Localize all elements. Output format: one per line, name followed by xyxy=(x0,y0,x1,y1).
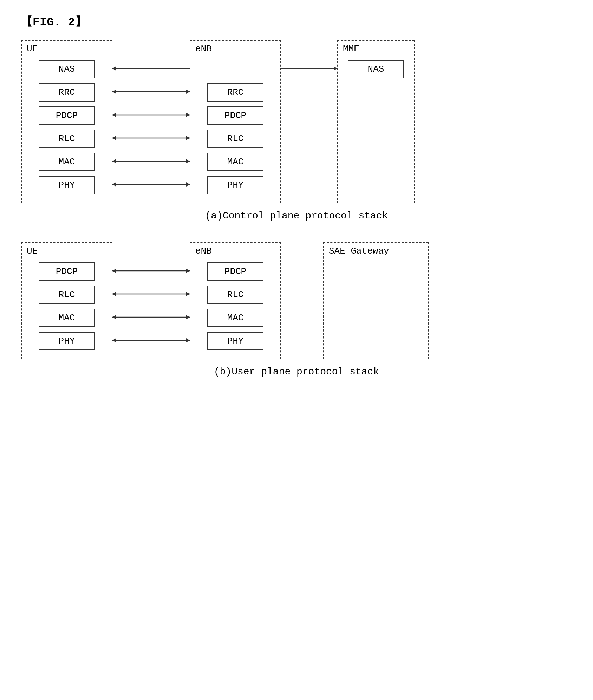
nas-arrow-ue-enb xyxy=(112,59,190,78)
svg-marker-24 xyxy=(186,292,190,296)
ue-b-pdcp: PDCP xyxy=(39,262,95,281)
enb-rlc: RLC xyxy=(207,130,263,148)
figure-title: 【FIG. 2】 xyxy=(21,14,572,30)
caption-a: (a)Control plane protocol stack xyxy=(21,210,572,221)
svg-marker-6 xyxy=(112,113,116,117)
svg-marker-12 xyxy=(112,159,116,163)
rrc-arrow xyxy=(112,83,190,101)
ue-rrc: RRC xyxy=(39,83,95,102)
ue-box-b: UE PDCP RLC MAC PHY xyxy=(21,242,112,359)
ue-nas: NAS xyxy=(39,60,95,78)
svg-marker-3 xyxy=(112,90,116,94)
ue-rlc: RLC xyxy=(39,130,95,148)
svg-marker-29 xyxy=(112,338,116,342)
ue-pdcp: PDCP xyxy=(39,106,95,125)
enb-b-pdcp: PDCP xyxy=(207,262,263,281)
svg-marker-10 xyxy=(186,136,190,140)
svg-marker-26 xyxy=(112,315,116,319)
enb-label-b: eNB xyxy=(195,246,212,256)
enb-box-a: eNB RRC PDCP RLC MAC PHY xyxy=(190,40,281,203)
enb-rrc: RRC xyxy=(207,83,263,102)
svg-marker-30 xyxy=(186,338,190,342)
enb-mac: MAC xyxy=(207,153,263,171)
enb-label-a: eNB xyxy=(195,44,212,54)
svg-marker-15 xyxy=(112,182,116,187)
svg-marker-20 xyxy=(112,269,116,273)
svg-marker-23 xyxy=(112,292,116,296)
mme-label: MME xyxy=(343,44,359,54)
svg-marker-7 xyxy=(186,113,190,117)
svg-marker-16 xyxy=(186,182,190,187)
rlc-arrow xyxy=(112,129,190,147)
enb-b-rlc: RLC xyxy=(207,286,263,304)
svg-marker-13 xyxy=(186,159,190,163)
ue-b-mac: MAC xyxy=(39,309,95,327)
pdcp-arrow xyxy=(112,106,190,124)
caption-b: (b)User plane protocol stack xyxy=(21,366,572,377)
svg-marker-4 xyxy=(186,90,190,94)
diagram-b: UE PDCP RLC MAC PHY xyxy=(21,242,572,377)
sae-label: SAE Gateway xyxy=(329,246,389,256)
b-mac-arrow xyxy=(112,308,190,326)
enb-b-phy: PHY xyxy=(207,332,263,350)
enb-box-b: eNB PDCP RLC MAC PHY xyxy=(190,242,281,359)
ue-box-a: UE NAS RRC PDCP RLC MAC PHY xyxy=(21,40,112,203)
b-phy-arrow xyxy=(112,331,190,349)
enb-pdcp: PDCP xyxy=(207,106,263,125)
ue-mac: MAC xyxy=(39,153,95,171)
ue-label-b: UE xyxy=(27,246,38,256)
b-pdcp-arrow xyxy=(112,262,190,280)
mme-box: MME NAS xyxy=(337,40,415,203)
sae-box: SAE Gateway xyxy=(323,242,429,359)
svg-marker-9 xyxy=(112,136,116,140)
ue-phy: PHY xyxy=(39,176,95,194)
enb-b-mac: MAC xyxy=(207,309,263,327)
b-rlc-arrow xyxy=(112,285,190,303)
enb-phy: PHY xyxy=(207,176,263,194)
mac-arrow xyxy=(112,152,190,170)
svg-marker-27 xyxy=(186,315,190,319)
ue-b-rlc: RLC xyxy=(39,286,95,304)
diagram-a: UE NAS RRC PDCP RLC MAC PHY xyxy=(21,40,572,221)
ue-b-phy: PHY xyxy=(39,332,95,350)
ue-label-a: UE xyxy=(27,44,38,54)
svg-marker-1 xyxy=(112,66,116,71)
svg-marker-21 xyxy=(186,269,190,273)
phy-arrow xyxy=(112,175,190,194)
nas-arrow-enb-mme xyxy=(281,59,337,78)
svg-marker-18 xyxy=(334,66,337,71)
mme-nas: NAS xyxy=(348,60,404,78)
